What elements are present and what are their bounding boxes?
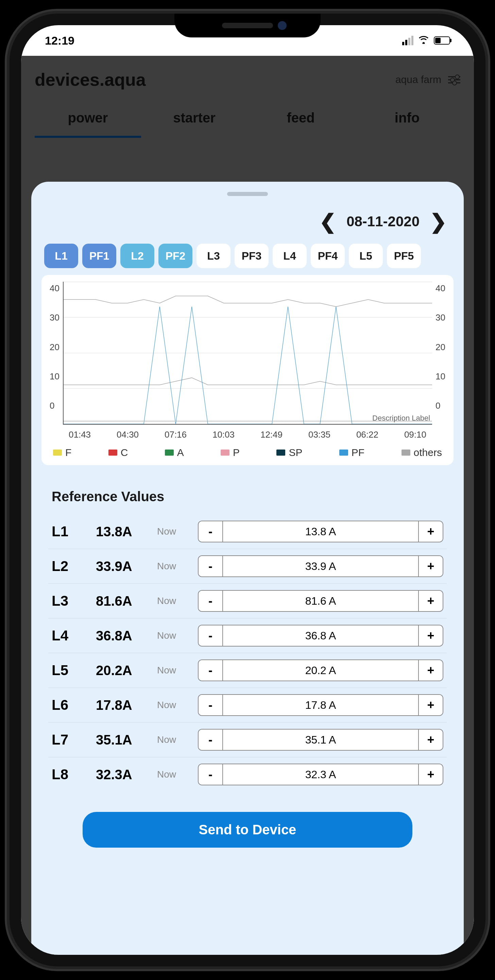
stepper-l2: -33.9 A+ <box>198 555 443 577</box>
reference-table: L113.8ANow-13.8 A+L233.9ANow-33.9 A+L381… <box>41 514 454 791</box>
chip-pf4[interactable]: PF4 <box>311 243 345 268</box>
legend-item-sp: SP <box>276 447 302 458</box>
ref-now-label: Now <box>157 561 191 572</box>
screen: 12:19 devices.aqua aqua farm power start… <box>21 25 474 955</box>
ref-current-value: 36.8A <box>96 628 150 643</box>
x-axis: 01:4304:3007:1610:0312:4903:3506:2209:10 <box>50 425 445 440</box>
stepper-minus-button[interactable]: - <box>198 695 222 715</box>
stepper-plus-button[interactable]: + <box>419 660 443 681</box>
stepper-value: 81.6 A <box>222 591 419 611</box>
ref-label: L6 <box>52 697 89 713</box>
stepper-value: 13.8 A <box>222 521 419 542</box>
chip-pf5[interactable]: PF5 <box>387 243 421 268</box>
stepper-minus-button[interactable]: - <box>198 764 222 785</box>
chevron-right-icon[interactable]: ❯ <box>430 210 447 234</box>
stepper-value: 20.2 A <box>222 660 419 681</box>
chip-pf3[interactable]: PF3 <box>235 243 268 268</box>
chart-legend: FCAPSPPFothers <box>50 440 445 458</box>
ref-label: L2 <box>52 558 89 574</box>
ref-now-label: Now <box>157 665 191 676</box>
ref-current-value: 13.8A <box>96 524 150 539</box>
current-date: 08-11-2020 <box>346 213 419 230</box>
chart-plot: Description Label <box>63 282 432 425</box>
stepper-l3: -81.6 A+ <box>198 590 443 612</box>
chip-pf2[interactable]: PF2 <box>159 243 192 268</box>
app-background: devices.aqua aqua farm power starter fee… <box>21 56 474 955</box>
send-to-device-button[interactable]: Send to Device <box>82 812 412 848</box>
chip-l5[interactable]: L5 <box>349 243 383 268</box>
battery-icon <box>434 37 450 45</box>
reference-row-l5: L520.2ANow-20.2 A+ <box>48 653 447 688</box>
reference-row-l2: L233.9ANow-33.9 A+ <box>48 549 447 584</box>
status-indicators <box>402 35 450 46</box>
legend-item-pf: PF <box>339 447 365 458</box>
ref-label: L1 <box>52 523 89 540</box>
ref-now-label: Now <box>157 769 191 780</box>
y-axis-left: 403020100 <box>50 282 63 425</box>
stepper-value: 17.8 A <box>222 695 419 715</box>
stepper-minus-button[interactable]: - <box>198 625 222 646</box>
chip-pf1[interactable]: PF1 <box>82 243 116 268</box>
chevron-left-icon[interactable]: ❮ <box>319 210 336 234</box>
ref-now-label: Now <box>157 526 191 537</box>
bottom-sheet: ❮ 08-11-2020 ❯ L1PF1L2PF2L3PF3L4PF4L5PF5… <box>31 182 464 955</box>
chip-l4[interactable]: L4 <box>273 243 307 268</box>
chart-area: 403020100 Description Label 403020100 <box>50 282 445 425</box>
ref-current-value: 81.6A <box>96 593 150 609</box>
stepper-plus-button[interactable]: + <box>419 730 443 750</box>
stepper-plus-button[interactable]: + <box>419 556 443 576</box>
reference-row-l3: L381.6ANow-81.6 A+ <box>48 584 447 619</box>
stepper-l1: -13.8 A+ <box>198 520 443 542</box>
ref-label: L4 <box>52 627 89 644</box>
ref-now-label: Now <box>157 595 191 606</box>
ref-now-label: Now <box>157 734 191 745</box>
phone-notch <box>175 14 320 37</box>
phone-frame: 12:19 devices.aqua aqua farm power start… <box>10 14 485 966</box>
ref-label: L7 <box>52 732 89 748</box>
chip-l2[interactable]: L2 <box>121 243 154 268</box>
ref-now-label: Now <box>157 700 191 711</box>
stepper-minus-button[interactable]: - <box>198 591 222 611</box>
status-time: 12:19 <box>45 34 75 47</box>
stepper-plus-button[interactable]: + <box>419 695 443 715</box>
chip-l1[interactable]: L1 <box>44 243 78 268</box>
ref-now-label: Now <box>157 630 191 641</box>
signal-icon <box>402 36 413 45</box>
wifi-icon <box>418 35 429 46</box>
stepper-minus-button[interactable]: - <box>198 556 222 576</box>
stepper-value: 36.8 A <box>222 625 419 646</box>
stepper-minus-button[interactable]: - <box>198 730 222 750</box>
stepper-l7: -35.1 A+ <box>198 729 443 751</box>
stepper-l5: -20.2 A+ <box>198 659 443 681</box>
ref-label: L8 <box>52 766 89 783</box>
reference-row-l8: L832.3ANow-32.3 A+ <box>48 757 447 791</box>
channel-chips: L1PF1L2PF2L3PF3L4PF4L5PF5 <box>41 243 454 275</box>
stepper-minus-button[interactable]: - <box>198 660 222 681</box>
legend-item-c: C <box>108 447 128 458</box>
legend-item-f: F <box>53 447 71 458</box>
chip-l3[interactable]: L3 <box>197 243 230 268</box>
legend-item-p: P <box>221 447 240 458</box>
ref-current-value: 32.3A <box>96 767 150 782</box>
stepper-l4: -36.8 A+ <box>198 625 443 646</box>
stepper-minus-button[interactable]: - <box>198 521 222 542</box>
ref-current-value: 20.2A <box>96 663 150 678</box>
stepper-value: 33.9 A <box>222 556 419 576</box>
y-axis-right: 403020100 <box>432 282 445 425</box>
reference-row-l6: L617.8ANow-17.8 A+ <box>48 688 447 723</box>
date-navigator: ❮ 08-11-2020 ❯ <box>41 210 454 243</box>
stepper-value: 35.1 A <box>222 730 419 750</box>
ref-label: L5 <box>52 662 89 679</box>
sheet-handle[interactable] <box>227 192 268 196</box>
ref-current-value: 35.1A <box>96 732 150 748</box>
chart-description-label: Description Label <box>372 414 430 423</box>
stepper-plus-button[interactable]: + <box>419 764 443 785</box>
legend-item-others: others <box>401 447 442 458</box>
chart-card: 403020100 Description Label 403020100 01… <box>41 275 454 465</box>
stepper-l6: -17.8 A+ <box>198 694 443 716</box>
stepper-plus-button[interactable]: + <box>419 625 443 646</box>
stepper-plus-button[interactable]: + <box>419 591 443 611</box>
stepper-plus-button[interactable]: + <box>419 521 443 542</box>
ref-current-value: 17.8A <box>96 698 150 713</box>
ref-current-value: 33.9A <box>96 559 150 574</box>
